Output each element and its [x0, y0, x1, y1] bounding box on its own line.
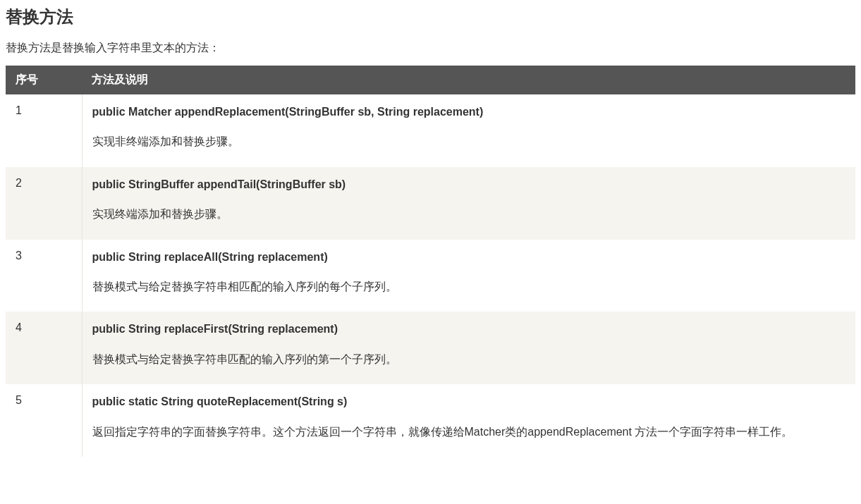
row-number: 3 [6, 240, 82, 312]
row-content: public Matcher appendReplacement(StringB… [82, 94, 855, 167]
method-description: 实现终端添加和替换步骤。 [92, 204, 846, 225]
table-row: 1 public Matcher appendReplacement(Strin… [6, 94, 855, 167]
row-content: public String replaceFirst(String replac… [82, 312, 855, 384]
method-signature: public static String quoteReplacement(St… [92, 394, 846, 410]
table-row: 3 public String replaceAll(String replac… [6, 240, 855, 312]
table-row: 4 public String replaceFirst(String repl… [6, 312, 855, 384]
table-header-row: 序号 方法及说明 [6, 66, 855, 94]
row-number: 1 [6, 94, 82, 167]
method-description: 返回指定字符串的字面替换字符串。这个方法返回一个字符串，就像传递给Matcher… [92, 422, 846, 443]
row-content: public static String quoteReplacement(St… [82, 384, 855, 457]
method-signature: public Matcher appendReplacement(StringB… [92, 104, 846, 120]
method-signature: public StringBuffer appendTail(StringBuf… [92, 177, 846, 192]
table-row: 5 public static String quoteReplacement(… [6, 384, 855, 457]
header-method: 方法及说明 [82, 66, 855, 94]
row-number: 5 [6, 384, 82, 457]
methods-table: 序号 方法及说明 1 public Matcher appendReplacem… [6, 66, 855, 457]
table-row: 2 public StringBuffer appendTail(StringB… [6, 167, 855, 240]
row-content: public String replaceAll(String replacem… [82, 240, 855, 312]
method-description: 替换模式与给定替换字符串相匹配的输入序列的每个子序列。 [92, 276, 846, 297]
method-description: 替换模式与给定替换字符串匹配的输入序列的第一个子序列。 [92, 349, 846, 370]
header-sequence: 序号 [6, 66, 82, 94]
section-heading: 替换方法 [6, 6, 855, 28]
section-intro: 替换方法是替换输入字符串里文本的方法： [6, 41, 855, 56]
row-number: 4 [6, 312, 82, 384]
method-signature: public String replaceFirst(String replac… [92, 321, 846, 337]
method-description: 实现非终端添加和替换步骤。 [92, 131, 846, 152]
row-content: public StringBuffer appendTail(StringBuf… [82, 167, 855, 240]
method-signature: public String replaceAll(String replacem… [92, 250, 846, 265]
row-number: 2 [6, 167, 82, 240]
